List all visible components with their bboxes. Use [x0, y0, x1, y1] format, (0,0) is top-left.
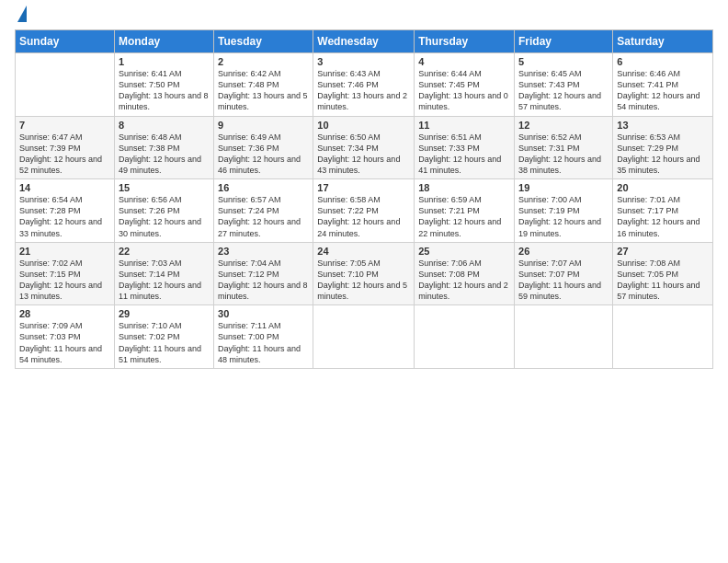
cell-info: Sunrise: 6:54 AMSunset: 7:28 PMDaylight:… — [19, 194, 110, 239]
calendar-cell: 22Sunrise: 7:03 AMSunset: 7:14 PMDayligh… — [114, 242, 213, 305]
week-row-3: 21Sunrise: 7:02 AMSunset: 7:15 PMDayligh… — [16, 242, 713, 305]
cell-info: Sunrise: 6:42 AMSunset: 7:48 PMDaylight:… — [218, 68, 309, 113]
day-number: 24 — [317, 246, 410, 257]
cell-info: Sunrise: 7:03 AMSunset: 7:14 PMDaylight:… — [119, 258, 210, 303]
calendar-cell: 16Sunrise: 6:57 AMSunset: 7:24 PMDayligh… — [214, 179, 313, 243]
calendar-cell: 7Sunrise: 6:47 AMSunset: 7:39 PMDaylight… — [16, 116, 115, 179]
calendar-cell — [16, 53, 115, 117]
cell-info: Sunrise: 7:11 AMSunset: 7:00 PMDaylight:… — [218, 320, 309, 365]
cell-info: Sunrise: 7:09 AMSunset: 7:03 PMDaylight:… — [19, 320, 110, 365]
calendar-cell: 28Sunrise: 7:09 AMSunset: 7:03 PMDayligh… — [16, 305, 115, 369]
day-number: 28 — [19, 308, 110, 319]
day-number: 22 — [119, 246, 210, 257]
cell-info: Sunrise: 6:49 AMSunset: 7:36 PMDaylight:… — [218, 132, 309, 177]
calendar-cell: 20Sunrise: 7:01 AMSunset: 7:17 PMDayligh… — [613, 179, 713, 243]
day-number: 4 — [418, 56, 510, 67]
day-number: 18 — [418, 182, 510, 193]
col-saturday: Saturday — [613, 30, 713, 53]
cell-info: Sunrise: 7:10 AMSunset: 7:02 PMDaylight:… — [119, 320, 210, 365]
cell-info: Sunrise: 6:57 AMSunset: 7:24 PMDaylight:… — [218, 194, 309, 239]
calendar-cell — [313, 305, 415, 369]
day-number: 6 — [617, 56, 709, 67]
calendar-cell: 17Sunrise: 6:58 AMSunset: 7:22 PMDayligh… — [313, 179, 415, 243]
week-row-2: 14Sunrise: 6:54 AMSunset: 7:28 PMDayligh… — [16, 179, 713, 243]
calendar-cell: 29Sunrise: 7:10 AMSunset: 7:02 PMDayligh… — [114, 305, 213, 369]
calendar-cell: 8Sunrise: 6:48 AMSunset: 7:38 PMDaylight… — [114, 116, 213, 179]
cell-info: Sunrise: 6:59 AMSunset: 7:21 PMDaylight:… — [418, 194, 510, 239]
day-number: 9 — [218, 120, 309, 131]
day-number: 29 — [119, 308, 210, 319]
calendar-cell: 10Sunrise: 6:50 AMSunset: 7:34 PMDayligh… — [313, 116, 415, 179]
calendar-cell: 21Sunrise: 7:02 AMSunset: 7:15 PMDayligh… — [16, 242, 115, 305]
calendar-cell — [515, 305, 613, 369]
calendar-cell: 14Sunrise: 6:54 AMSunset: 7:28 PMDayligh… — [16, 179, 115, 243]
calendar-cell: 3Sunrise: 6:43 AMSunset: 7:46 PMDaylight… — [313, 53, 415, 117]
col-sunday: Sunday — [16, 30, 115, 53]
day-number: 21 — [19, 246, 110, 257]
day-number: 25 — [418, 246, 510, 257]
day-number: 14 — [19, 182, 110, 193]
day-number: 26 — [518, 246, 609, 257]
col-tuesday: Tuesday — [214, 30, 313, 53]
cell-info: Sunrise: 6:45 AMSunset: 7:43 PMDaylight:… — [518, 68, 609, 113]
cell-info: Sunrise: 7:07 AMSunset: 7:07 PMDaylight:… — [518, 258, 609, 303]
day-number: 2 — [218, 56, 309, 67]
cell-info: Sunrise: 6:44 AMSunset: 7:45 PMDaylight:… — [418, 68, 510, 113]
calendar-cell: 11Sunrise: 6:51 AMSunset: 7:33 PMDayligh… — [415, 116, 515, 179]
cell-info: Sunrise: 6:58 AMSunset: 7:22 PMDaylight:… — [317, 194, 410, 239]
cell-info: Sunrise: 6:48 AMSunset: 7:38 PMDaylight:… — [119, 132, 210, 177]
calendar-table: Sunday Monday Tuesday Wednesday Thursday… — [15, 29, 713, 369]
day-number: 3 — [317, 56, 410, 67]
day-number: 10 — [317, 120, 410, 131]
page: Sunday Monday Tuesday Wednesday Thursday… — [0, 0, 728, 563]
calendar-cell: 25Sunrise: 7:06 AMSunset: 7:08 PMDayligh… — [415, 242, 515, 305]
cell-info: Sunrise: 6:52 AMSunset: 7:31 PMDaylight:… — [518, 132, 609, 177]
cell-info: Sunrise: 6:53 AMSunset: 7:29 PMDaylight:… — [617, 132, 709, 177]
calendar-cell: 1Sunrise: 6:41 AMSunset: 7:50 PMDaylight… — [114, 53, 213, 117]
cell-info: Sunrise: 6:56 AMSunset: 7:26 PMDaylight:… — [119, 194, 210, 239]
cell-info: Sunrise: 6:41 AMSunset: 7:50 PMDaylight:… — [119, 68, 210, 113]
calendar-cell: 6Sunrise: 6:46 AMSunset: 7:41 PMDaylight… — [613, 53, 713, 117]
days-of-week-row: Sunday Monday Tuesday Wednesday Thursday… — [16, 30, 713, 53]
calendar-cell: 24Sunrise: 7:05 AMSunset: 7:10 PMDayligh… — [313, 242, 415, 305]
day-number: 17 — [317, 182, 410, 193]
day-number: 11 — [418, 120, 510, 131]
calendar-cell: 19Sunrise: 7:00 AMSunset: 7:19 PMDayligh… — [515, 179, 613, 243]
calendar-cell — [613, 305, 713, 369]
day-number: 8 — [119, 120, 210, 131]
col-thursday: Thursday — [415, 30, 515, 53]
col-friday: Friday — [515, 30, 613, 53]
cell-info: Sunrise: 6:43 AMSunset: 7:46 PMDaylight:… — [317, 68, 410, 113]
day-number: 7 — [19, 120, 110, 131]
week-row-4: 28Sunrise: 7:09 AMSunset: 7:03 PMDayligh… — [16, 305, 713, 369]
calendar-cell: 27Sunrise: 7:08 AMSunset: 7:05 PMDayligh… — [613, 242, 713, 305]
cell-info: Sunrise: 6:50 AMSunset: 7:34 PMDaylight:… — [317, 132, 410, 177]
day-number: 27 — [617, 246, 709, 257]
logo-triangle-icon — [17, 6, 27, 22]
day-number: 12 — [518, 120, 609, 131]
calendar-cell: 9Sunrise: 6:49 AMSunset: 7:36 PMDaylight… — [214, 116, 313, 179]
day-number: 13 — [617, 120, 709, 131]
cell-info: Sunrise: 7:00 AMSunset: 7:19 PMDaylight:… — [518, 194, 609, 239]
cell-info: Sunrise: 6:46 AMSunset: 7:41 PMDaylight:… — [617, 68, 709, 113]
week-row-1: 7Sunrise: 6:47 AMSunset: 7:39 PMDaylight… — [16, 116, 713, 179]
calendar-cell: 12Sunrise: 6:52 AMSunset: 7:31 PMDayligh… — [515, 116, 613, 179]
cell-info: Sunrise: 7:01 AMSunset: 7:17 PMDaylight:… — [617, 194, 709, 239]
day-number: 23 — [218, 246, 309, 257]
calendar-cell: 13Sunrise: 6:53 AMSunset: 7:29 PMDayligh… — [613, 116, 713, 179]
cell-info: Sunrise: 6:51 AMSunset: 7:33 PMDaylight:… — [418, 132, 510, 177]
calendar-cell: 4Sunrise: 6:44 AMSunset: 7:45 PMDaylight… — [415, 53, 515, 117]
day-number: 5 — [518, 56, 609, 67]
cell-info: Sunrise: 7:05 AMSunset: 7:10 PMDaylight:… — [317, 258, 410, 303]
day-number: 1 — [119, 56, 210, 67]
cell-info: Sunrise: 7:06 AMSunset: 7:08 PMDaylight:… — [418, 258, 510, 303]
cell-info: Sunrise: 6:47 AMSunset: 7:39 PMDaylight:… — [19, 132, 110, 177]
day-number: 15 — [119, 182, 210, 193]
calendar-cell: 5Sunrise: 6:45 AMSunset: 7:43 PMDaylight… — [515, 53, 613, 117]
col-monday: Monday — [114, 30, 213, 53]
week-row-0: 1Sunrise: 6:41 AMSunset: 7:50 PMDaylight… — [16, 53, 713, 117]
calendar-cell: 15Sunrise: 6:56 AMSunset: 7:26 PMDayligh… — [114, 179, 213, 243]
cell-info: Sunrise: 7:08 AMSunset: 7:05 PMDaylight:… — [617, 258, 709, 303]
calendar-cell: 30Sunrise: 7:11 AMSunset: 7:00 PMDayligh… — [214, 305, 313, 369]
day-number: 30 — [218, 308, 309, 319]
